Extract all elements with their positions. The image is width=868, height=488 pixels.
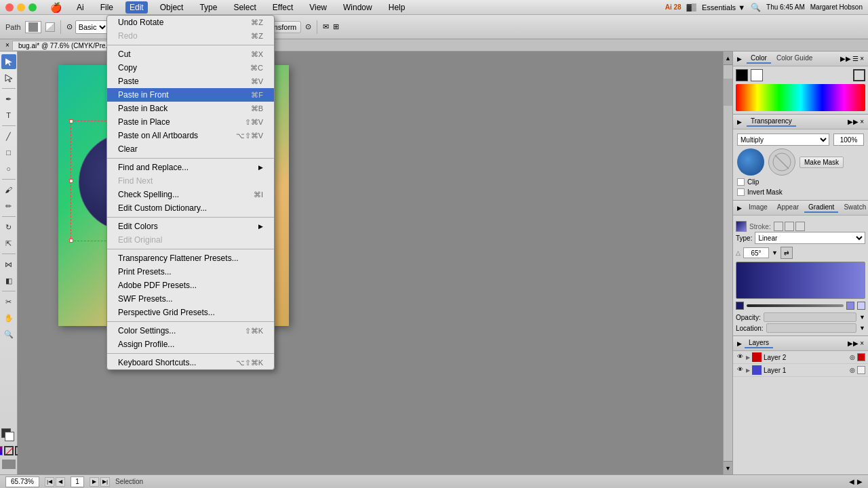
layers-panel-collapse[interactable]: ▶ (737, 340, 742, 347)
menubar-object[interactable]: Object (156, 1, 188, 14)
gradient-panel-collapse[interactable]: ▶ (737, 205, 742, 211)
rotate-tool[interactable]: ↻ (1, 220, 16, 235)
trans-panel-expand[interactable]: ▶▶ (848, 118, 859, 125)
gradient-stop-1[interactable] (736, 302, 744, 310)
menubar-file[interactable]: File (96, 1, 117, 14)
hand-tool[interactable]: ✋ (1, 310, 16, 325)
selection-tool[interactable] (1, 54, 16, 69)
handle-tr[interactable] (184, 119, 189, 123)
color-tab[interactable]: Color (747, 54, 771, 64)
type-tool[interactable]: T (1, 108, 16, 123)
stroke-style-2[interactable] (785, 222, 794, 231)
pencil-tool[interactable]: ✏ (1, 199, 16, 214)
layer2-target[interactable]: ◎ (850, 354, 855, 361)
handle-ml[interactable] (69, 179, 73, 183)
opacity-input[interactable] (141, 21, 167, 33)
envelope-icon[interactable]: ✉ (323, 22, 329, 31)
handle-br[interactable] (184, 239, 189, 243)
fg-color-swatch[interactable] (736, 69, 748, 81)
none-icon[interactable] (4, 446, 14, 455)
gradient-stop-2[interactable] (846, 302, 854, 310)
maximize-button[interactable] (28, 3, 37, 12)
color-guide-tab[interactable]: Color Guide (772, 54, 816, 64)
gradient-tab[interactable]: Gradient (804, 203, 838, 213)
gradient-fill-swatch[interactable] (736, 221, 747, 232)
gradient-slider[interactable] (747, 304, 844, 307)
handle-tm[interactable] (127, 119, 131, 123)
gradient-preview[interactable] (736, 262, 865, 299)
menubar-help[interactable]: Help (384, 1, 410, 14)
layer2-lock[interactable] (857, 353, 865, 361)
color-panel-menu[interactable]: ☰ (852, 55, 859, 62)
transform-button[interactable]: Transform (258, 21, 302, 33)
vertical-scrollbar[interactable]: ▲ ▼ (723, 52, 732, 474)
menubar-edit[interactable]: Edit (125, 1, 148, 14)
stroke-style-3[interactable] (795, 222, 805, 231)
color-panel-expand[interactable]: ▶▶ (840, 55, 851, 62)
swatch-tab[interactable]: Swatch (840, 203, 868, 213)
color-none-btn[interactable] (853, 69, 865, 81)
scale-tool[interactable]: ⇱ (1, 236, 16, 251)
trans-panel-collapse[interactable]: ▶ (737, 119, 744, 125)
scroll-down-btn[interactable]: ▼ (724, 461, 732, 474)
clip-checkbox[interactable] (737, 178, 745, 186)
menubar-illustrator[interactable]: Ai (73, 1, 88, 14)
make-mask-button[interactable]: Make Mask (800, 157, 844, 168)
panel-close-left[interactable]: × (3, 41, 12, 50)
document-tab[interactable]: bug.ai* @ 77.6% (CMYK/Pre... × (12, 41, 125, 50)
handle-bm[interactable] (127, 239, 131, 243)
handle-mr[interactable] (184, 179, 189, 183)
menubar-window[interactable]: Window (339, 1, 376, 14)
style-swatch[interactable] (201, 21, 218, 33)
gradient-tool[interactable]: ◧ (1, 273, 16, 288)
rect-tool[interactable]: □ (1, 145, 16, 160)
layer-row-1[interactable]: 👁 ▶ Layer 1 ◎ (733, 364, 868, 377)
layer-row-2[interactable]: 👁 ▶ Layer 2 ◎ (733, 351, 868, 364)
prev-page-btn[interactable]: ◀ (56, 477, 65, 487)
stroke-style-1[interactable] (774, 222, 783, 231)
handle-tl[interactable] (69, 119, 73, 123)
tab-close-icon[interactable]: × (116, 43, 119, 49)
transparency-tab[interactable]: Transparency (747, 117, 796, 127)
ellipse-tool[interactable]: ○ (1, 161, 16, 176)
angle-dropdown-icon[interactable]: ▼ (772, 249, 778, 256)
location-slider[interactable] (766, 323, 856, 333)
essentials-button[interactable]: Essentials ▼ (702, 3, 745, 12)
scroll-up-btn[interactable]: ▲ (724, 52, 732, 65)
layer1-lock[interactable] (857, 366, 865, 374)
blend-mode-select[interactable]: Basic (75, 20, 108, 34)
scissors-tool[interactable]: ✂ (1, 294, 16, 309)
menubar-select[interactable]: Select (229, 1, 260, 14)
layer1-eye[interactable]: 👁 (736, 366, 744, 374)
path-color-swatch[interactable] (25, 21, 41, 33)
opacity-dropdown-gp[interactable]: ▼ (859, 314, 865, 321)
layer2-expand[interactable]: ▶ (746, 354, 750, 361)
opacity-field[interactable] (833, 134, 864, 146)
reverse-gradient-icon[interactable]: ⇄ (781, 247, 793, 259)
page-input[interactable] (71, 476, 84, 487)
last-page-btn[interactable]: ▶| (100, 477, 110, 487)
minimize-button[interactable] (17, 3, 25, 12)
menubar-view[interactable]: View (305, 1, 331, 14)
background-swatch[interactable] (5, 432, 14, 441)
status-right-arrow[interactable]: ▶ (857, 478, 863, 485)
align-icon[interactable]: ⊡ (229, 22, 235, 31)
gradient-type-select[interactable]: Linear (755, 232, 865, 244)
canvas-area[interactable]: ▲ ▼ (18, 52, 732, 474)
invert-mask-checkbox[interactable] (737, 188, 745, 196)
blend-tool[interactable]: ⋈ (1, 257, 16, 272)
next-page-btn[interactable]: ▶ (90, 477, 99, 487)
color-spectrum[interactable] (736, 84, 865, 111)
brush-tool[interactable]: 🖌 (1, 182, 16, 197)
handle-bl[interactable] (69, 239, 73, 243)
menubar-effect[interactable]: Effect (269, 1, 297, 14)
layer1-target[interactable]: ◎ (850, 367, 855, 373)
layers-tab[interactable]: Layers (745, 338, 773, 348)
layers-panel-close[interactable]: × (860, 340, 864, 347)
color-panel-close[interactable]: × (860, 55, 864, 62)
appear-tab[interactable]: Appear (773, 203, 803, 213)
close-button[interactable] (5, 3, 14, 12)
search-icon[interactable]: 🔍 (751, 3, 761, 12)
path-style-swatch[interactable] (45, 22, 55, 32)
angle-input[interactable] (743, 247, 769, 258)
